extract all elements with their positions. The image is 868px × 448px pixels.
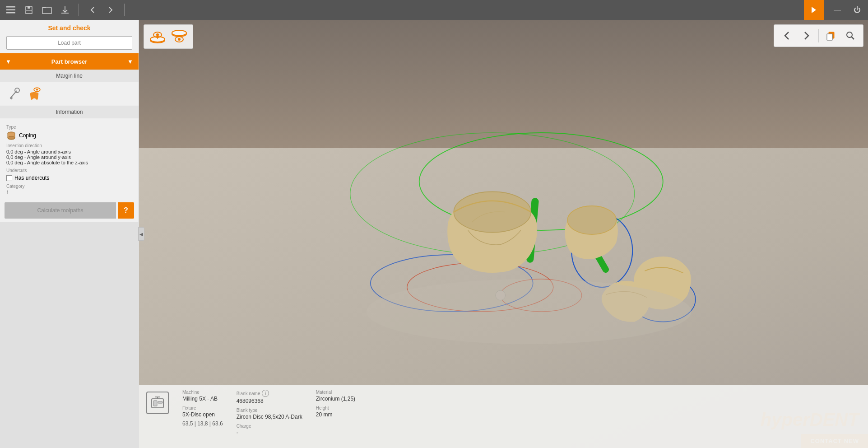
svg-rect-2	[6, 12, 15, 14]
svg-point-7	[36, 89, 38, 90]
minimize-button[interactable]: —	[831, 4, 844, 16]
view-top-button[interactable]	[169, 27, 189, 47]
sidebar: Set and check Load part ▼ Part browser ▼…	[0, 20, 139, 448]
svg-point-28	[156, 33, 159, 36]
sidebar-collapse-handle[interactable]: ◀	[138, 227, 144, 241]
bottom-info-bar: Machine Milling 5X - AB Fixture 5X-Disc …	[139, 385, 868, 448]
has-undercuts-checkbox[interactable]	[6, 175, 12, 181]
info-content: Type Coping Insertion direction 0,0 deg …	[0, 118, 139, 199]
power-button[interactable]: ⏻	[851, 4, 863, 16]
svg-point-33	[178, 38, 181, 41]
svg-point-31	[172, 30, 186, 36]
svg-rect-36	[827, 34, 832, 40]
wrench-icon[interactable]	[6, 86, 23, 102]
information-section: Information	[0, 106, 139, 118]
menu-icon[interactable]	[5, 4, 17, 16]
svg-rect-41	[158, 401, 162, 403]
svg-line-38	[852, 37, 854, 40]
svg-rect-4	[28, 6, 30, 9]
svg-point-9	[8, 136, 15, 139]
calculate-toolpaths-button[interactable]: Calculate toolpaths	[5, 202, 116, 219]
viewport-right-toolbar	[774, 24, 863, 47]
blank-info: Blank name i 468096368 Blank type Zircon…	[237, 390, 302, 436]
divider2	[124, 4, 125, 16]
help-button[interactable]: ?	[118, 202, 134, 219]
toolbar-divider	[818, 29, 819, 42]
undercuts-row: Has undercuts	[6, 175, 132, 181]
topbar: — ⏻	[0, 0, 868, 20]
main-layout: Set and check Load part ▼ Part browser ▼…	[0, 20, 868, 448]
margin-line-view-icon[interactable]	[26, 86, 42, 102]
load-part-button[interactable]: Load part	[6, 36, 132, 50]
svg-point-5	[15, 88, 19, 93]
part-browser-toggle[interactable]: ▼ Part browser ▼	[0, 53, 139, 70]
svg-rect-0	[6, 6, 15, 8]
view-below-button[interactable]	[148, 27, 167, 47]
svg-rect-40	[153, 401, 157, 406]
folder-icon[interactable]	[41, 4, 53, 16]
divider1	[79, 4, 79, 16]
sidebar-actions: Calculate toolpaths ?	[0, 199, 139, 222]
part-browser-chevron-right: ▼	[127, 58, 133, 65]
type-row: Coping	[6, 131, 132, 140]
svg-point-37	[847, 32, 852, 37]
viewport-forward-button[interactable]	[798, 27, 816, 45]
viewport-back-button[interactable]	[778, 27, 796, 45]
material-info: Material Zirconium (1,25) Height 20 mm	[316, 390, 355, 418]
part-browser-chevron-left: ▼	[5, 58, 11, 65]
blank-info-icon[interactable]: i	[262, 390, 269, 397]
svg-point-24	[367, 279, 692, 344]
sidebar-title: Set and check	[0, 20, 139, 34]
margin-line-tools	[0, 82, 139, 106]
machine-info: Machine Milling 5X - AB Fixture 5X-Disc …	[182, 390, 223, 427]
nav-forward-button[interactable]	[104, 4, 117, 16]
scene-svg	[139, 51, 868, 385]
nav-back-button[interactable]	[86, 4, 99, 16]
margin-line-section: Margin line	[0, 70, 139, 82]
svg-point-22	[567, 206, 616, 234]
viewport: hyperDENT® CONTACT NEW Machine Milling 5…	[139, 20, 868, 448]
download-icon[interactable]	[59, 4, 71, 16]
svg-rect-1	[6, 9, 15, 11]
copy-view-button[interactable]	[822, 27, 840, 45]
save-icon[interactable]	[23, 4, 35, 16]
machine-icon	[146, 392, 169, 414]
viewport-left-toolbar	[144, 24, 193, 49]
next-step-button[interactable]	[804, 0, 824, 20]
search-button[interactable]	[841, 27, 859, 45]
coping-icon	[6, 131, 16, 140]
